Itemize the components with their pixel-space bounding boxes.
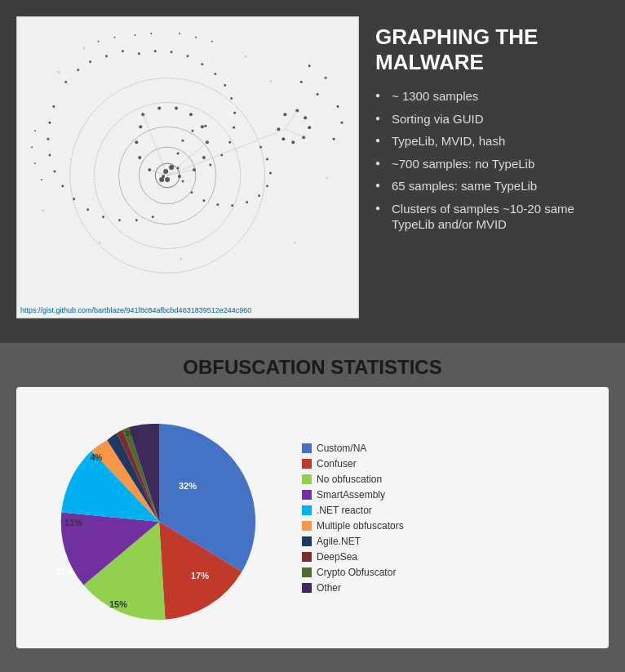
- legend-label-7: DeepSea: [317, 551, 357, 563]
- legend-color-9: [302, 583, 312, 593]
- legend-label-5: Multiple obfuscators: [317, 520, 404, 532]
- graph-url: https://gist.github.com/bartblaze/941f8c…: [20, 306, 251, 314]
- svg-point-23: [209, 164, 211, 167]
- svg-point-18: [230, 97, 233, 100]
- legend-label-9: Other: [317, 582, 341, 594]
- svg-text:×: ×: [326, 176, 329, 180]
- svg-point-36: [177, 153, 180, 155]
- svg-point-63: [138, 156, 141, 159]
- svg-point-88: [150, 33, 152, 34]
- legend-color-2: [302, 474, 312, 484]
- svg-point-85: [98, 41, 100, 42]
- svg-point-16: [214, 73, 216, 75]
- bullet-item-1: ~ 1300 samples: [375, 88, 609, 105]
- svg-point-50: [135, 219, 138, 221]
- legend-color-8: [302, 567, 312, 577]
- svg-text:11%: 11%: [64, 518, 82, 527]
- svg-point-13: [171, 51, 173, 53]
- svg-point-45: [61, 185, 64, 187]
- legend-item-0: Custom/NA: [302, 443, 592, 454]
- svg-point-42: [47, 138, 49, 140]
- svg-point-67: [169, 165, 174, 170]
- chart-legend: Custom/NA Confuser No obfuscation SmartA…: [302, 443, 592, 594]
- svg-point-53: [157, 106, 161, 109]
- svg-point-92: [34, 130, 36, 131]
- svg-point-72: [304, 116, 307, 119]
- bullet-item-3: TypeLib, MVID, hash: [375, 133, 609, 149]
- pie-chart: 32% 17% 15% 12% 11% 4% 2% 1%: [33, 399, 294, 636]
- svg-point-58: [202, 156, 206, 159]
- svg-point-29: [246, 201, 248, 203]
- svg-text:17%: 17%: [191, 571, 209, 581]
- legend-label-0: Custom/NA: [317, 443, 366, 454]
- svg-point-31: [216, 203, 219, 206]
- svg-point-81: [308, 65, 311, 67]
- legend-item-3: SmartAssembly: [302, 489, 592, 501]
- svg-point-84: [333, 138, 335, 140]
- legend-label-8: Crypto Obfuscator: [317, 567, 396, 578]
- svg-point-46: [73, 198, 75, 200]
- svg-point-65: [139, 125, 142, 128]
- legend-item-7: DeepSea: [302, 551, 592, 563]
- svg-point-86: [113, 37, 115, 38]
- svg-point-89: [179, 33, 180, 34]
- legend-item-4: .NET reactor: [302, 505, 592, 516]
- svg-point-73: [308, 126, 311, 129]
- svg-text:×: ×: [42, 208, 45, 213]
- slide-text-content: GRAPHING THE MALWARE ~ 1300 samples Sort…: [375, 16, 609, 327]
- svg-text:15%: 15%: [109, 599, 127, 609]
- legend-label-1: Confuser: [317, 458, 357, 470]
- legend-item-1: Confuser: [302, 458, 592, 470]
- svg-point-26: [269, 171, 272, 174]
- svg-text:1%: 1%: [148, 424, 158, 432]
- svg-point-64: [135, 140, 138, 144]
- svg-point-27: [266, 185, 268, 187]
- legend-item-9: Other: [302, 582, 592, 594]
- svg-point-76: [281, 137, 285, 140]
- svg-point-82: [337, 105, 339, 108]
- svg-point-17: [224, 84, 226, 87]
- bottom-section: OBFUSCATION STATISTICS: [0, 343, 625, 672]
- legend-color-5: [302, 521, 312, 531]
- svg-text:32%: 32%: [179, 481, 197, 491]
- svg-point-21: [228, 141, 231, 144]
- svg-point-40: [52, 105, 55, 108]
- svg-point-55: [189, 113, 193, 116]
- svg-point-93: [31, 146, 33, 148]
- chart-area: 32% 17% 15% 12% 11% 4% 2% 1% Custom/NA C…: [16, 387, 609, 648]
- svg-point-34: [182, 180, 184, 182]
- svg-point-77: [277, 127, 280, 131]
- svg-point-30: [231, 204, 233, 207]
- svg-point-56: [201, 125, 204, 128]
- svg-point-95: [41, 179, 42, 180]
- svg-point-49: [118, 219, 121, 221]
- svg-point-78: [300, 81, 303, 83]
- svg-point-25: [266, 158, 268, 161]
- bullet-item-4: ~700 samples: no TypeLib: [375, 156, 609, 172]
- slide-title: GRAPHING THE MALWARE: [375, 24, 609, 75]
- svg-text:4%: 4%: [91, 453, 103, 462]
- legend-label-2: No obfuscation: [317, 474, 382, 485]
- svg-point-80: [325, 77, 327, 79]
- svg-point-24: [259, 146, 262, 149]
- legend-color-1: [302, 459, 312, 469]
- legend-item-2: No obfuscation: [302, 474, 592, 485]
- svg-point-7: [77, 69, 79, 71]
- svg-point-32: [202, 199, 205, 202]
- svg-point-20: [233, 127, 235, 129]
- svg-point-10: [122, 50, 124, 52]
- legend-label-6: Agile.NET: [317, 536, 361, 547]
- legend-color-4: [302, 505, 312, 515]
- svg-point-9: [105, 55, 108, 57]
- svg-point-79: [317, 93, 319, 96]
- svg-point-48: [102, 216, 104, 218]
- legend-item-8: Crypto Obfuscator: [302, 567, 592, 578]
- legend-label-4: .NET reactor: [317, 505, 372, 516]
- svg-point-68: [165, 177, 170, 182]
- stats-title: OBFUSCATION STATISTICS: [16, 356, 609, 379]
- svg-point-38: [191, 130, 193, 132]
- svg-point-19: [233, 112, 236, 114]
- svg-point-11: [138, 52, 140, 55]
- svg-point-54: [175, 106, 178, 109]
- bullet-item-5: 65 samples: same TypeLib: [375, 178, 609, 194]
